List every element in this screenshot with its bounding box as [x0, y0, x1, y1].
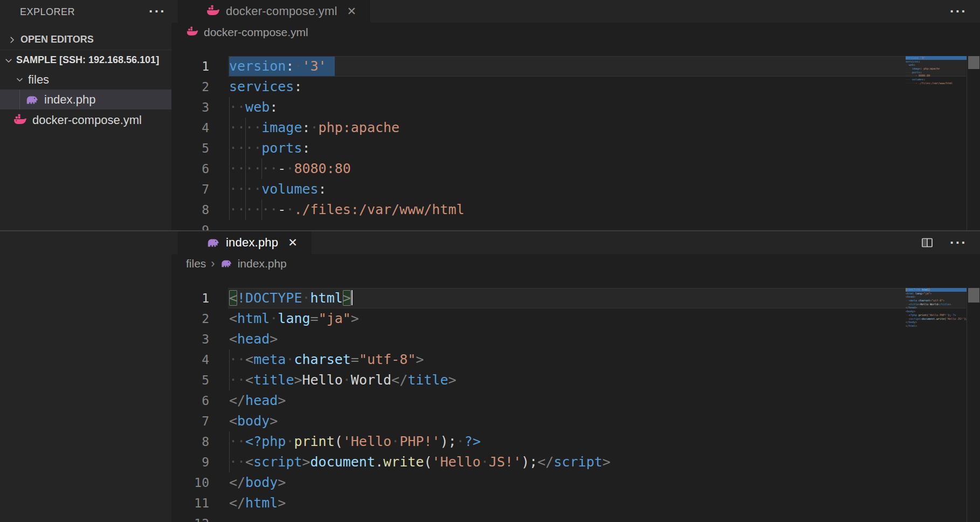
- line-number[interactable]: 8: [171, 431, 209, 452]
- line-number[interactable]: 8: [171, 200, 209, 220]
- tab-docker-compose[interactable]: docker-compose.yml ✕: [178, 0, 370, 23]
- code-line[interactable]: 6······-·8080:80: [171, 159, 980, 179]
- open-editors-section[interactable]: OPEN EDITORS: [0, 30, 171, 50]
- code-token: (: [424, 454, 432, 470]
- editor-group-bottom: index.php ✕ ··· files › index.php <!DOCT…: [171, 231, 980, 522]
- line-number[interactable]: 3: [171, 97, 209, 118]
- line-number[interactable]: 6: [171, 390, 209, 411]
- code-line[interactable]: 7····volumes:: [171, 179, 980, 200]
- code-line[interactable]: 3<head>: [171, 329, 980, 349]
- code-line[interactable]: 1version:·'3': [171, 56, 980, 77]
- code-line[interactable]: 1<!DOCTYPE·html>: [171, 288, 980, 308]
- line-number[interactable]: 12: [171, 513, 209, 522]
- line-content[interactable]: <body>: [229, 411, 980, 431]
- line-number[interactable]: 4: [171, 118, 209, 138]
- minimap-line: [906, 85, 967, 89]
- workspace-section[interactable]: SAMPLE [SSH: 192.168.56.101]: [0, 50, 171, 70]
- code-line[interactable]: 5····ports:: [171, 138, 980, 159]
- minimap[interactable]: <!DOCTYPE·html><html·lang="ja"><head>··<…: [906, 288, 967, 331]
- code-token: >: [416, 352, 424, 367]
- line-content[interactable]: <html·lang="ja">: [229, 308, 980, 329]
- code-line[interactable]: 9··<script>document.write('Hello·JS!');<…: [171, 452, 980, 472]
- more-actions-icon[interactable]: ···: [950, 235, 967, 251]
- line-content[interactable]: ··<title>Hello·World</title>: [229, 370, 980, 390]
- scrollbar-thumb[interactable]: [968, 288, 979, 303]
- line-content[interactable]: services:: [229, 77, 980, 97]
- code-editor-yaml[interactable]: version:·'3'services:··web:····image:·ph…: [171, 56, 980, 230]
- line-number[interactable]: 4: [171, 349, 209, 370]
- line-content[interactable]: ··<meta·charset="utf-8">: [229, 349, 980, 370]
- line-number[interactable]: 10: [171, 472, 209, 493]
- sidebar-item-files-folder[interactable]: files: [0, 70, 171, 90]
- code-token: ··: [229, 352, 245, 367]
- line-number[interactable]: 7: [171, 179, 209, 200]
- line-number[interactable]: 5: [171, 370, 209, 390]
- line-content[interactable]: <head>: [229, 329, 980, 349]
- close-icon[interactable]: ✕: [288, 236, 298, 249]
- tab-index-php[interactable]: index.php ✕: [178, 231, 312, 254]
- more-actions-icon[interactable]: ···: [950, 3, 967, 20]
- code-line[interactable]: 4····image:·php:apache: [171, 118, 980, 138]
- line-number[interactable]: 11: [171, 493, 209, 513]
- code-line[interactable]: 11</html>: [171, 493, 980, 513]
- line-content[interactable]: ····ports:: [229, 138, 980, 159]
- line-content[interactable]: ··<?php·print('Hello·PHP!');·?>: [229, 431, 980, 452]
- line-content[interactable]: ······-·./files:/var/www/html: [229, 200, 980, 220]
- line-number[interactable]: 5: [171, 138, 209, 159]
- line-content[interactable]: ····volumes:: [229, 179, 980, 200]
- code-token: >: [343, 290, 351, 306]
- line-content[interactable]: [229, 513, 980, 522]
- breadcrumb-item[interactable]: docker-compose.yml: [204, 26, 308, 39]
- scrollbar-thumb[interactable]: [968, 56, 979, 69]
- sidebar-item-index-php[interactable]: index.php: [0, 90, 171, 109]
- line-content[interactable]: ··<script>document.write('Hello·JS!');</…: [229, 452, 980, 472]
- line-number[interactable]: 1: [171, 56, 209, 77]
- code-line[interactable]: 2services:: [171, 77, 980, 97]
- line-number[interactable]: 1: [171, 288, 209, 308]
- minimap-line: ······-·./files:/var/www/html: [906, 81, 967, 85]
- code-line[interactable]: 2<html·lang="ja">: [171, 308, 980, 329]
- line-content[interactable]: <!DOCTYPE·html>: [229, 288, 980, 308]
- breadcrumb-item[interactable]: index.php: [238, 257, 287, 270]
- line-number[interactable]: 7: [171, 411, 209, 431]
- line-number[interactable]: 2: [171, 77, 209, 97]
- code-token: write: [383, 454, 424, 470]
- code-line[interactable]: 4··<meta·charset="utf-8">: [171, 349, 980, 370]
- tab-label: index.php: [226, 236, 278, 250]
- line-content[interactable]: ··web:: [229, 97, 980, 118]
- line-content[interactable]: [229, 220, 980, 230]
- code-line[interactable]: 9: [171, 220, 980, 230]
- line-number[interactable]: 6: [171, 159, 209, 179]
- minimap-line: <head>: [906, 295, 967, 299]
- line-content[interactable]: ······-·8080:80: [229, 159, 980, 179]
- line-content[interactable]: ····image:·php:apache: [229, 118, 980, 138]
- code-editor-php[interactable]: <!DOCTYPE·html><html·lang="ja"><head>··<…: [171, 288, 980, 522]
- code-line[interactable]: 8······-·./files:/var/www/html: [171, 200, 980, 220]
- code-line[interactable]: 8··<?php·print('Hello·PHP!');·?>: [171, 431, 980, 452]
- code-line[interactable]: 7<body>: [171, 411, 980, 431]
- code-line[interactable]: 5··<title>Hello·World</title>: [171, 370, 980, 390]
- editor-split-sash[interactable]: [0, 230, 980, 231]
- breadcrumb-item[interactable]: files: [186, 257, 206, 270]
- minimap-line: <!DOCTYPE·html>: [906, 288, 967, 292]
- code-line[interactable]: 10</body>: [171, 472, 980, 493]
- line-content[interactable]: </html>: [229, 493, 980, 513]
- line-content[interactable]: </head>: [229, 390, 980, 411]
- code-line[interactable]: 6</head>: [171, 390, 980, 411]
- code-line[interactable]: 12: [171, 513, 980, 522]
- code-token: php:apache: [319, 120, 400, 135]
- minimap[interactable]: version:·'3'services:··web:····image:·ph…: [906, 56, 967, 88]
- code-token: ·: [286, 161, 294, 176]
- explorer-more-actions-icon[interactable]: ···: [149, 3, 166, 20]
- split-editor-icon[interactable]: [921, 236, 934, 249]
- line-content[interactable]: version:·'3': [229, 56, 980, 77]
- sidebar-item-docker-compose[interactable]: docker-compose.yml: [0, 110, 171, 130]
- line-number[interactable]: 9: [171, 220, 209, 230]
- close-icon[interactable]: ✕: [347, 5, 357, 18]
- code-line[interactable]: 3··web:: [171, 97, 980, 118]
- line-number[interactable]: 3: [171, 329, 209, 349]
- php-file-icon: [25, 93, 39, 107]
- line-content[interactable]: </body>: [229, 472, 980, 493]
- line-number[interactable]: 9: [171, 452, 209, 472]
- line-number[interactable]: 2: [171, 308, 209, 329]
